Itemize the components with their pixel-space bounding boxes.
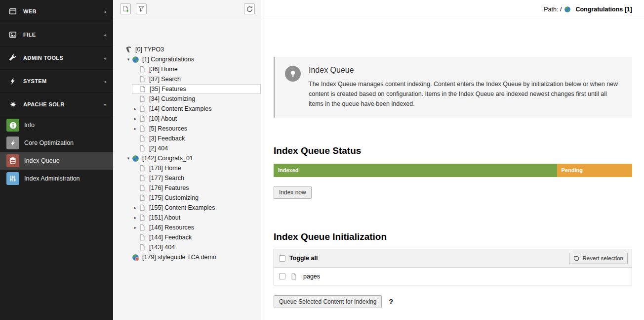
tree-node-label: [1] Congratulations [141,56,194,63]
module-content: Index Queue The Index Queue manages cont… [262,18,644,320]
solr-submenu: Info Core Optimization Index Queue Index… [0,116,113,187]
collapse-icon[interactable]: ▾ [125,57,132,62]
toggle-all-label: Toggle all [289,255,569,262]
globe-icon [132,155,141,162]
tree-node-inner: [175] Customizing [132,193,261,203]
tree-node[interactable]: [37] Search [113,74,261,84]
callout-text: Index Queue The Index Queue manages cont… [309,66,622,109]
lightbulb-icon [285,66,301,82]
expand-icon[interactable]: ▸ [132,215,139,220]
solr-item-index-queue[interactable]: Index Queue [0,152,113,170]
toggle-all-checkbox[interactable] [279,255,285,262]
tree-node-inner: [36] Home [132,64,261,74]
tree-node-inner: [176] Features [132,183,261,193]
tree-node[interactable]: ▾ [1] Congratulations [113,54,261,64]
tree-indent [118,148,132,149]
tree-node[interactable]: [175] Customizing [113,193,261,203]
tree-node[interactable]: [34] Customizing [113,94,261,104]
page-icon [139,165,148,172]
tree-node[interactable]: ▸ [155] Content Examples [113,203,261,213]
solr-item-index-administration[interactable]: Index Administration [0,170,113,187]
tree-node[interactable]: ▾ [142] Congrats_01 [113,153,261,163]
core-optimization-icon [6,137,19,149]
tree-node-inner: [34] Customizing [132,94,261,104]
tree-indent [118,69,132,70]
tree-node-label: [146] Resources [148,224,194,231]
page-icon [139,184,148,191]
row-checkbox[interactable] [279,273,285,279]
tree-indent [118,218,132,218]
filter-button[interactable] [136,3,147,14]
tree-node[interactable]: [143] 404 [113,242,261,252]
tree-indent [118,109,132,109]
tree-indent [118,79,132,80]
init-row-label: pages [303,273,320,280]
expand-icon[interactable]: ▸ [132,126,139,131]
solr-item-label: Info [24,122,35,129]
tree-node[interactable]: [176] Features [113,183,261,193]
tree-node[interactable]: [177] Search [113,173,261,183]
tree-node-inner: [177] Search [132,173,261,183]
tree-node-inner: ▸ [10] About [132,114,261,124]
tree-node[interactable]: [178] Home [113,163,261,173]
page-icon [139,135,148,142]
module-apache-solr[interactable]: APACHE SOLR ▾ [0,93,113,116]
tree-node[interactable]: [144] Feedback [113,232,261,242]
tree-node[interactable]: [0] TYPO3 [113,45,261,54]
page-icon [139,194,148,201]
tree-node-inner: ▾ [142] Congrats_01 [125,153,261,163]
expand-icon[interactable]: ▸ [132,116,139,121]
tree-node-label: [178] Home [148,165,181,172]
collapse-icon[interactable]: ▾ [125,156,132,161]
index-queue-icon [6,154,19,167]
init-row: pages [274,268,632,285]
page-icon [139,175,148,182]
solr-item-label: Core Optimization [24,139,74,146]
breadcrumb: Path: / Congratulations [1] [544,0,632,18]
tree-indent [118,99,132,99]
refresh-button[interactable] [244,3,255,14]
help-icon[interactable]: ? [389,298,393,306]
queue-selected-button[interactable]: Queue Selected Content for Indexing [274,295,382,308]
expand-icon[interactable]: ▸ [132,205,139,210]
tree-node-label: [10] About [148,115,177,122]
expand-icon[interactable]: ▸ [132,106,139,111]
page-icon [139,76,148,83]
globe-warning-icon [132,254,141,261]
tree-node[interactable]: ▸ [151] About [113,213,261,223]
tree-indent [118,119,132,119]
page-icon [139,125,148,132]
module-admin-tools[interactable]: ADMIN TOOLS ◂ [0,46,113,70]
tree-node-inner: [0] TYPO3 [118,45,261,54]
progress-segment-pending: Pending [557,164,632,177]
init-table-body: pages [274,268,632,285]
solr-item-info[interactable]: Info [0,116,113,134]
new-page-button[interactable] [120,3,131,14]
path-current-page[interactable]: Congratulations [1] [575,6,632,13]
tree-node-label: [143] 404 [148,244,175,251]
tree-node-inner: ▸ [146] Resources [132,223,261,232]
tree-node[interactable]: [2] 404 [113,143,261,153]
tree-node[interactable]: ▸ [5] Resources [113,124,261,134]
tree-node[interactable]: [36] Home [113,64,261,74]
solr-item-core-optimization[interactable]: Core Optimization [0,134,113,152]
tree-node[interactable]: [35] Features [113,84,261,94]
tree-node[interactable]: [179] styleguide TCA demo [113,252,261,262]
tree-node[interactable]: ▸ [14] Content Examples [113,104,261,114]
tree-node-label: [34] Customizing [148,95,195,102]
index-now-button[interactable]: Index now [274,186,312,199]
callout-body: The Index Queue manages content indexing… [309,79,622,109]
page-icon [290,273,299,280]
module-web[interactable]: WEB ◂ [0,0,113,23]
tree-node[interactable]: ▸ [10] About [113,114,261,124]
page-tree: [0] TYPO3 ▾ [1] Congratulations [36] Hom… [113,45,261,262]
page-tree-panel: [0] TYPO3 ▾ [1] Congratulations [36] Hom… [113,18,261,320]
tree-node[interactable]: ▸ [146] Resources [113,223,261,232]
tree-node[interactable]: [3] Feedback [113,134,261,143]
module-system[interactable]: SYSTEM ◂ [0,70,113,93]
expand-icon[interactable]: ▸ [132,225,139,230]
module-file[interactable]: FILE ◂ [0,23,113,46]
tree-indent [118,158,125,159]
tree-node-label: [2] 404 [148,145,168,152]
revert-selection-button[interactable]: Revert selection [569,253,628,264]
